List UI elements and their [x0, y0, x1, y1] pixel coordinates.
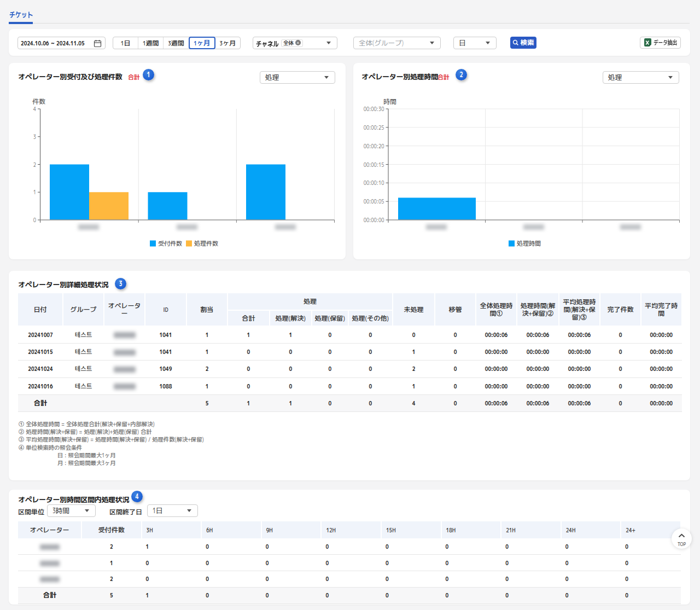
svg-text:1: 1: [33, 188, 36, 196]
svg-text:00:00:05: 00:00:05: [364, 197, 384, 206]
svg-text:0: 0: [33, 216, 36, 224]
svg-text:00:00:15: 00:00:15: [364, 160, 384, 169]
svg-text:00:00:20: 00:00:20: [364, 142, 384, 150]
svg-text:2: 2: [33, 160, 36, 169]
svg-text:3: 3: [33, 132, 36, 141]
svg-text:時間: 時間: [383, 97, 396, 106]
svg-text:受付件数: 受付件数: [158, 239, 182, 248]
svg-text:4: 4: [33, 104, 36, 113]
svg-text:処理時間: 処理時間: [517, 239, 541, 248]
svg-text:00:00:30: 00:00:30: [364, 104, 384, 113]
svg-text:00:00:00: 00:00:00: [364, 216, 384, 224]
svg-text:00:00:25: 00:00:25: [364, 123, 384, 132]
svg-text:00:00:10: 00:00:10: [364, 178, 384, 187]
svg-text:処理件数: 処理件数: [194, 239, 218, 248]
